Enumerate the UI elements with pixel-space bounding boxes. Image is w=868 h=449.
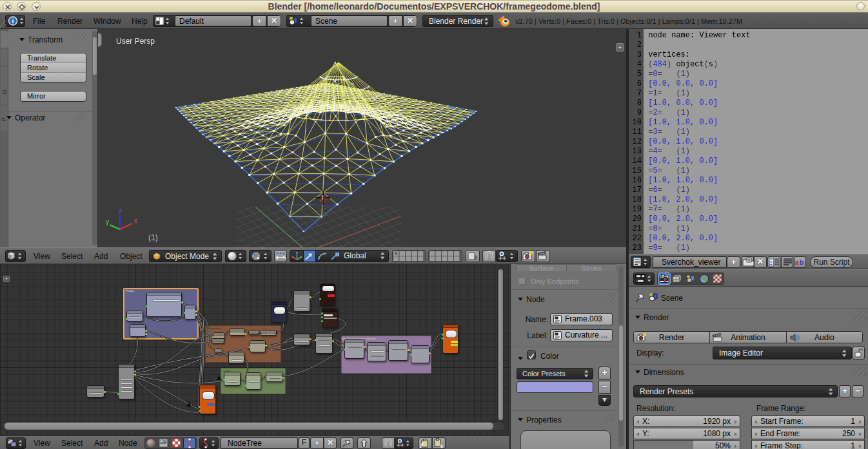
svg-text:i: i [12, 17, 14, 24]
svg-text:a: a [795, 259, 799, 266]
svg-text:b: b [800, 259, 804, 266]
